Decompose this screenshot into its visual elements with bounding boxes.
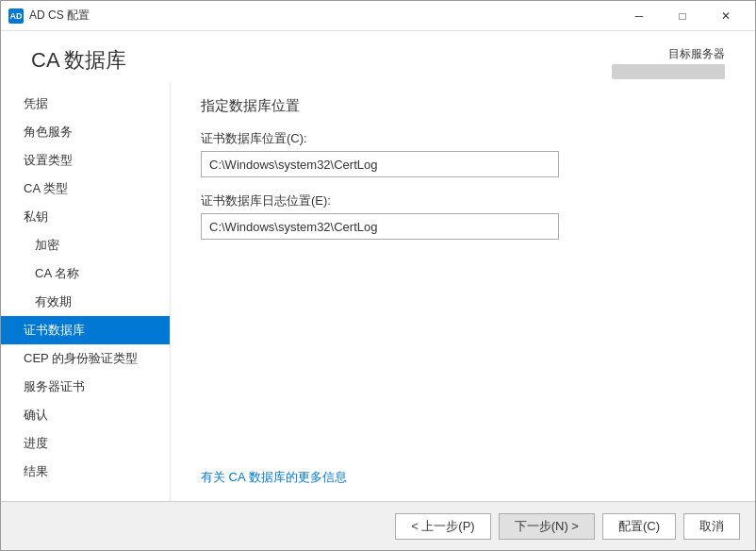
target-server-box: 目标服务器 xyxy=(612,46,725,82)
page-title: CA 数据库 xyxy=(31,46,126,75)
sidebar-item-credentials[interactable]: 凭据 xyxy=(1,90,170,118)
body-inner: 凭据 角色服务 设置类型 CA 类型 私钥 加密 CA 名称 xyxy=(1,82,755,501)
configure-button[interactable]: 配置(C) xyxy=(602,513,676,540)
window-controls: ─ □ ✕ xyxy=(617,1,748,31)
title-bar-left: AD AD CS 配置 xyxy=(8,8,90,24)
target-server-label: 目标服务器 xyxy=(612,46,725,62)
sidebar-item-setup-type[interactable]: 设置类型 xyxy=(1,146,170,175)
sidebar-item-role-services[interactable]: 角色服务 xyxy=(1,118,170,146)
close-button[interactable]: ✕ xyxy=(704,1,748,31)
maximize-button[interactable]: □ xyxy=(661,1,704,31)
sidebar-item-confirm[interactable]: 确认 xyxy=(1,401,170,429)
footer: < 上一步(P) 下一步(N) > 配置(C) 取消 xyxy=(1,501,755,550)
sidebar-item-private-key[interactable]: 私钥 xyxy=(1,203,170,231)
section-title: 指定数据库位置 xyxy=(201,97,725,115)
app-icon: AD xyxy=(8,8,24,24)
body-area: CA 数据库 目标服务器 凭据 角色服务 设置类型 CA 类型 xyxy=(1,31,755,501)
db-log-location-label: 证书数据库日志位置(E): xyxy=(201,192,725,209)
sidebar-item-validity[interactable]: 有效期 xyxy=(1,288,170,316)
target-server-value xyxy=(612,64,725,79)
sidebar-item-ca-name[interactable]: CA 名称 xyxy=(1,259,170,288)
sidebar-item-results[interactable]: 结果 xyxy=(1,458,170,486)
title-bar: AD AD CS 配置 ─ □ ✕ xyxy=(1,1,755,31)
sidebar-item-progress[interactable]: 进度 xyxy=(1,429,170,458)
sidebar-item-ca-type[interactable]: CA 类型 xyxy=(1,175,170,203)
next-button[interactable]: 下一步(N) > xyxy=(499,513,595,540)
right-content: 指定数据库位置 证书数据库位置(C): 证书数据库日志位置(E): 有关 CA … xyxy=(171,82,755,501)
db-location-group: 证书数据库位置(C): xyxy=(201,130,725,177)
sidebar-item-cep-auth[interactable]: CEP 的身份验证类型 xyxy=(1,344,170,373)
sidebar-item-service-cert[interactable]: 服务器证书 xyxy=(1,373,170,401)
sidebar-item-encryption[interactable]: 加密 xyxy=(1,231,170,259)
main-window: AD AD CS 配置 ─ □ ✕ CA 数据库 目标服务器 凭据 xyxy=(0,0,756,551)
back-button[interactable]: < 上一步(P) xyxy=(395,513,491,540)
sidebar-item-cert-database[interactable]: 证书数据库 xyxy=(1,316,170,344)
more-info-link[interactable]: 有关 CA 数据库的更多信息 xyxy=(201,469,725,486)
db-location-label: 证书数据库位置(C): xyxy=(201,130,725,147)
sidebar: 凭据 角色服务 设置类型 CA 类型 私钥 加密 CA 名称 xyxy=(1,82,171,501)
minimize-button[interactable]: ─ xyxy=(617,1,661,31)
db-log-location-group: 证书数据库日志位置(E): xyxy=(201,192,725,240)
db-log-location-input[interactable] xyxy=(201,213,559,240)
db-location-input[interactable] xyxy=(201,151,559,177)
app-title: AD CS 配置 xyxy=(29,8,90,24)
cancel-button[interactable]: 取消 xyxy=(683,513,740,540)
